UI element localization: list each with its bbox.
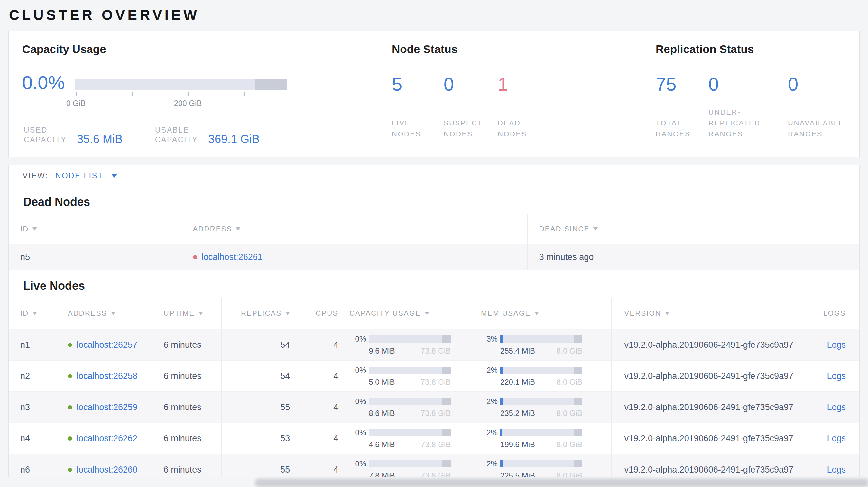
usable-capacity-value: 369.1 GiB: [208, 132, 260, 146]
column-header-memory[interactable]: MEM USAGE: [481, 298, 612, 329]
column-header-label: MEM USAGE: [481, 309, 530, 318]
column-header-id[interactable]: ID: [9, 214, 180, 244]
logs-link[interactable]: Logs: [827, 433, 846, 444]
replication-status-title: Replication Status: [656, 43, 754, 56]
mem-usage-bar: [500, 367, 582, 374]
memory-used-value: 199.6 MiB: [500, 440, 535, 449]
capacity-total-value: 73.8 GiB: [421, 347, 451, 355]
uptime-cell: 6 minutes: [150, 392, 222, 423]
mem-bar-reserved-segment: [574, 367, 582, 374]
node-address-link[interactable]: localhost:26259: [76, 402, 137, 412]
stat-value: 75: [656, 75, 698, 94]
column-header-id[interactable]: ID: [9, 298, 55, 329]
node-id-cell: n6: [9, 454, 55, 477]
column-header-cpus[interactable]: CPUS: [301, 298, 349, 329]
capacity-usage-bar: [369, 367, 451, 374]
capacity-usage-bar: [369, 398, 451, 405]
capacity-usage-bar: [369, 460, 451, 467]
column-header-replicas[interactable]: REPLICAS: [222, 298, 302, 329]
stat-label: UNDER-REPLICATED RANGES: [708, 107, 768, 140]
mem-usage-cell: 2% 199.6 MiB 8.0 GiB: [481, 423, 612, 454]
uptime-cell: 6 minutes: [150, 423, 222, 454]
chevron-down-icon[interactable]: [111, 174, 117, 177]
column-header-label: ID: [20, 309, 29, 318]
live-nodes-table-header: ID ADDRESS UPTIME REPLICAS CPUS CAPACITY…: [9, 297, 859, 329]
summary-stat: 0 UNAVAILABLE RANGES: [788, 75, 857, 140]
sort-arrow-icon: [593, 227, 598, 231]
mem-usage-bar: [500, 429, 582, 436]
node-id-cell: n3: [9, 392, 55, 423]
node-address-link[interactable]: localhost:26261: [202, 252, 262, 262]
column-header-logs[interactable]: LOGS: [811, 298, 859, 329]
sort-arrow-icon: [285, 312, 290, 315]
summary-stat: 75 TOTAL RANGES: [656, 75, 698, 140]
memory-total-value: 8.0 GiB: [557, 471, 582, 477]
sort-arrow-icon: [425, 312, 429, 315]
cpus-cell: 4: [301, 423, 349, 454]
live-node-row: n4 localhost:26262 6 minutes 53 4 0% 4.6…: [9, 423, 859, 454]
live-status-icon: [68, 343, 72, 347]
column-header-uptime[interactable]: UPTIME: [150, 298, 222, 329]
uptime-cell: 6 minutes: [150, 361, 222, 391]
dead-node-row: n5 localhost:26261 3 minutes ago: [9, 245, 859, 270]
column-header-dead_since[interactable]: DEAD SINCE: [528, 214, 859, 244]
capacity-total-value: 73.8 GiB: [421, 409, 451, 418]
replicas-cell: 54: [222, 361, 302, 391]
stat-value: 0: [708, 75, 768, 94]
capacity-percent: 0%: [349, 428, 366, 437]
capacity-used-value: 7.8 MiB: [369, 471, 395, 477]
capacity-used-value: 4.6 MiB: [369, 440, 395, 449]
stat-value: 0: [788, 75, 857, 94]
sort-arrow-icon: [198, 312, 203, 315]
mem-usage-cell: 3% 255.4 MiB 8.0 GiB: [481, 329, 612, 360]
sort-arrow-icon: [665, 312, 670, 315]
logs-link[interactable]: Logs: [827, 371, 846, 381]
node-address-cell: localhost:26261: [180, 245, 528, 269]
uptime-cell: 6 minutes: [150, 454, 222, 477]
dead-nodes-table-body: n5 localhost:26261 3 minutes ago: [9, 245, 859, 270]
uptime-cell: 6 minutes: [150, 329, 222, 360]
logs-cell: Logs: [811, 392, 859, 423]
mem-usage-cell: 2% 220.1 MiB 8.0 GiB: [481, 361, 612, 391]
column-header-address[interactable]: ADDRESS: [55, 298, 150, 329]
column-header-label: ADDRESS: [68, 309, 107, 318]
logs-cell: Logs: [811, 329, 859, 360]
replicas-cell: 55: [222, 454, 302, 477]
node-address-link[interactable]: localhost:26257: [76, 340, 137, 350]
column-header-label: CAPACITY USAGE: [349, 309, 421, 318]
mem-bar-fill: [500, 429, 502, 436]
axis-tick: [132, 92, 132, 97]
column-header-label: ID: [20, 225, 29, 233]
logs-link[interactable]: Logs: [827, 340, 846, 350]
used-capacity-stat: USED CAPACITY 35.6 MiB: [24, 125, 123, 145]
capacity-bar-reserved-segment: [442, 335, 451, 343]
axis-tick: [76, 92, 76, 97]
dead-status-icon: [193, 255, 197, 259]
dead-since-cell: 3 minutes ago: [528, 245, 859, 269]
sort-arrow-icon: [32, 227, 37, 231]
stat-value: 1: [498, 75, 536, 94]
column-header-capacity[interactable]: CAPACITY USAGE: [349, 298, 481, 329]
axis-tick: [188, 92, 189, 97]
stat-label: UNAVAILABLE RANGES: [788, 118, 857, 140]
mem-bar-reserved-segment: [574, 429, 582, 436]
node-address-link[interactable]: localhost:26262: [76, 433, 137, 444]
memory-total-value: 8.0 GiB: [557, 440, 582, 449]
capacity-total-value: 73.8 GiB: [421, 471, 451, 477]
axis-tick: [244, 92, 245, 97]
node-address-link[interactable]: localhost:26258: [76, 371, 137, 381]
logs-link[interactable]: Logs: [827, 402, 846, 412]
used-capacity-label: USED CAPACITY: [24, 125, 72, 145]
column-header-version[interactable]: VERSION: [612, 298, 811, 329]
column-header-address[interactable]: ADDRESS: [180, 214, 528, 244]
usable-capacity-stat: USABLE CAPACITY 369.1 GiB: [155, 125, 260, 145]
mem-usage-cell: 2% 235.2 MiB 8.0 GiB: [481, 392, 612, 423]
logs-link[interactable]: Logs: [827, 465, 846, 475]
node-address-link[interactable]: localhost:26260: [76, 465, 137, 475]
version-cell: v19.2.0-alpha.20190606-2491-gfe735c9a97: [612, 329, 811, 360]
column-header-label: VERSION: [624, 309, 661, 318]
capacity-usage-cell: 0% 9.6 MiB 73.8 GiB: [349, 329, 481, 360]
view-mode-dropdown[interactable]: NODE LIST: [55, 171, 103, 180]
horizontal-scrollbar-thumb[interactable]: [255, 479, 868, 487]
summary-stat: 1 DEAD NODES: [498, 75, 536, 140]
